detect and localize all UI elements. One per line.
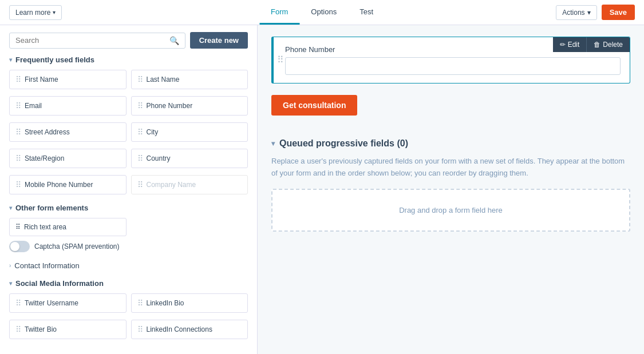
create-new-button[interactable]: Create new [190, 32, 248, 49]
queued-header-label: Queued progressive fields (0) [279, 138, 408, 149]
drag-handle-icon: ⠿ [137, 180, 143, 189]
other-form-elements-chevron-icon: ▾ [9, 205, 12, 211]
field-city-label: City [147, 128, 159, 136]
search-input[interactable] [15, 36, 169, 45]
fields-row-1: ⠿ First Name ⠿ Last Name [9, 70, 248, 89]
learn-more-button[interactable]: Learn more ▾ [9, 5, 62, 20]
actions-label: Actions [562, 9, 584, 17]
field-twitter-bio[interactable]: ⠿ Twitter Bio [9, 320, 127, 339]
field-email[interactable]: ⠿ Email [9, 96, 127, 116]
field-first-name-label: First Name [25, 75, 58, 83]
edit-pencil-icon: ✏ [560, 41, 566, 49]
tab-navigation: Form Options Test [259, 1, 385, 25]
drag-handle-icon: ⠿ [15, 223, 21, 231]
queued-chevron-icon[interactable]: ▾ [271, 140, 275, 148]
frequently-used-header[interactable]: ▾ Frequently used fields [9, 55, 248, 64]
captcha-label: Captcha (SPAM prevention) [34, 242, 120, 250]
field-phone-number-label: Phone Number [147, 102, 193, 110]
tab-form[interactable]: Form [259, 1, 299, 25]
field-rich-text-area[interactable]: ⠿ Rich text area [9, 218, 127, 236]
main-layout: 🔍 Create new ▾ Frequently used fields ⠿ … [0, 25, 644, 354]
top-bar-right: Actions ▾ Save [556, 5, 635, 20]
learn-more-chevron-icon: ▾ [53, 9, 56, 15]
field-company-name[interactable]: ⠿ Company Name [131, 175, 248, 194]
contact-information-label: Contact Information [14, 261, 79, 270]
social-fields-row-2: ⠿ Twitter Bio ⠿ LinkedIn Connections [9, 320, 248, 339]
form-preview: ✏ Edit 🗑 Delete ⠿ Phone Number Get consu… [258, 25, 644, 127]
actions-button[interactable]: Actions ▾ [556, 5, 596, 20]
save-button[interactable]: Save [602, 5, 635, 20]
drag-handle-icon: ⠿ [137, 325, 143, 334]
top-bar-left: Learn more ▾ [9, 5, 62, 20]
drop-zone[interactable]: Drag and drop a form field here [271, 189, 630, 232]
field-mobile-phone[interactable]: ⠿ Mobile Phone Number [9, 175, 127, 194]
field-twitter-username[interactable]: ⠿ Twitter Username [9, 293, 127, 313]
field-state-region[interactable]: ⠿ State/Region [9, 149, 127, 168]
field-phone-number[interactable]: ⠿ Phone Number [131, 96, 248, 116]
field-mobile-phone-label: Mobile Phone Number [25, 181, 93, 189]
content-area: ✏ Edit 🗑 Delete ⠿ Phone Number Get consu… [258, 25, 644, 354]
captcha-toggle-knob [10, 242, 19, 251]
other-form-elements-section: ▾ Other form elements ⠿ Rich text area C… [9, 204, 248, 252]
captcha-row: Captcha (SPAM prevention) [9, 241, 248, 252]
drag-handle-icon: ⠿ [137, 101, 143, 110]
sidebar: 🔍 Create new ▾ Frequently used fields ⠿ … [0, 25, 258, 354]
queued-section: ▾ Queued progressive fields (0) Replace … [258, 127, 644, 243]
field-block-actions: ✏ Edit 🗑 Delete [553, 37, 630, 52]
drag-handle-icon: ⠿ [15, 325, 21, 334]
social-media-header[interactable]: ▾ Social Media Information [9, 279, 248, 288]
social-media-chevron-icon: ▾ [9, 280, 12, 287]
other-form-elements-header[interactable]: ▾ Other form elements [9, 204, 248, 212]
frequently-used-chevron-icon: ▾ [9, 57, 12, 63]
field-state-region-label: State/Region [25, 154, 64, 162]
delete-button[interactable]: 🗑 Delete [586, 37, 630, 52]
queued-description: Replace a user's previously captured fie… [271, 156, 630, 180]
field-country-label: Country [147, 154, 171, 162]
social-media-label: Social Media Information [15, 279, 104, 288]
drag-handle-icon: ⠿ [15, 299, 21, 308]
trash-icon: 🗑 [594, 41, 600, 49]
field-last-name-label: Last Name [147, 75, 180, 83]
top-bar: Learn more ▾ Form Options Test Actions ▾… [0, 0, 644, 25]
field-street-address[interactable]: ⠿ Street Address [9, 122, 127, 142]
captcha-toggle[interactable] [9, 241, 30, 252]
drag-handle-icon: ⠿ [137, 154, 143, 163]
field-company-name-label: Company Name [147, 181, 196, 189]
queued-header: ▾ Queued progressive fields (0) [271, 138, 630, 149]
drag-handle-icon: ⠿ [15, 101, 21, 110]
learn-more-label: Learn more [15, 9, 50, 17]
tab-test[interactable]: Test [348, 1, 385, 25]
field-last-name[interactable]: ⠿ Last Name [131, 70, 248, 89]
tab-options[interactable]: Options [299, 1, 348, 25]
frequently-used-section: ▾ Frequently used fields ⠿ First Name ⠿ … [9, 55, 248, 194]
fields-row-4: ⠿ State/Region ⠿ Country [9, 149, 248, 168]
phone-number-field-block: ✏ Edit 🗑 Delete ⠿ Phone Number [271, 37, 630, 83]
field-twitter-bio-label: Twitter Bio [25, 325, 57, 333]
contact-information-header[interactable]: › Contact Information [9, 261, 248, 270]
field-first-name[interactable]: ⠿ First Name [9, 70, 127, 89]
field-country[interactable]: ⠿ Country [131, 149, 248, 168]
other-form-elements-label: Other form elements [15, 204, 88, 212]
field-linkedin-connections-label: LinkedIn Connections [147, 325, 212, 333]
field-linkedin-bio[interactable]: ⠿ LinkedIn Bio [131, 293, 248, 313]
fields-row-5: ⠿ Mobile Phone Number ⠿ Company Name [9, 175, 248, 194]
field-drag-handle-icon: ⠿ [277, 55, 284, 65]
actions-chevron-icon: ▾ [587, 9, 591, 17]
field-linkedin-connections[interactable]: ⠿ LinkedIn Connections [131, 320, 248, 339]
phone-number-field-input[interactable] [285, 57, 621, 75]
search-icon: 🔍 [169, 36, 179, 45]
drag-handle-icon: ⠿ [137, 299, 143, 308]
field-linkedin-bio-label: LinkedIn Bio [147, 299, 184, 307]
contact-information-chevron-icon: › [9, 262, 11, 269]
field-city[interactable]: ⠿ City [131, 122, 248, 142]
field-twitter-username-label: Twitter Username [25, 299, 78, 307]
contact-information-section: › Contact Information [9, 261, 248, 270]
edit-button[interactable]: ✏ Edit [553, 37, 587, 52]
rich-text-area-label: Rich text area [24, 223, 66, 231]
field-email-label: Email [25, 102, 42, 110]
submit-button[interactable]: Get consultation [271, 95, 357, 116]
edit-label: Edit [568, 41, 580, 49]
social-media-section: ▾ Social Media Information ⠿ Twitter Use… [9, 279, 248, 339]
drag-handle-icon: ⠿ [15, 75, 21, 84]
fields-row-2: ⠿ Email ⠿ Phone Number [9, 96, 248, 116]
